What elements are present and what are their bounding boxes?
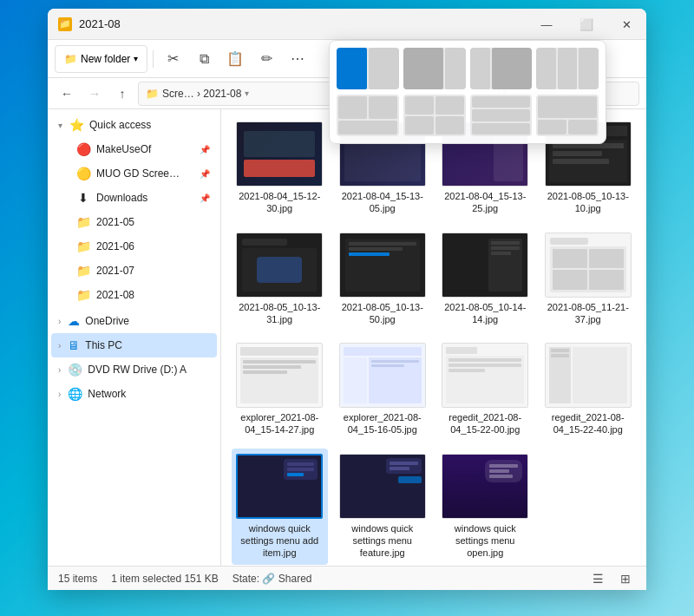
file-area: 2021-08-04_15-12-30.jpg 2021-08-04_15-13… [221, 109, 646, 566]
onedrive-icon: ☁ [68, 314, 80, 328]
snap-option-three-row[interactable] [470, 95, 533, 136]
file-item[interactable]: regedit_2021-08-04_15-22-00.jpg [437, 337, 534, 442]
sidebar-item-thispc[interactable]: › 🖥 This PC [51, 333, 217, 357]
file-item[interactable]: windows quick settings menu open.jpg [437, 449, 534, 565]
sidebar-item-2021-07[interactable]: 📁 2021-07 [51, 259, 217, 283]
sidebar-item-muo-gd[interactable]: 🟡 MUO GD Scree… 📌 [51, 161, 217, 186]
file-grid: 2021-08-04_15-12-30.jpg 2021-08-04_15-13… [232, 116, 636, 565]
network-expand-icon: › [58, 390, 61, 399]
file-thumbnail [442, 233, 528, 298]
new-folder-icon: 📁 [64, 53, 77, 65]
snap-option-quad[interactable] [403, 95, 466, 136]
more-button[interactable]: ⋯ [284, 45, 311, 73]
snap-option-one-two-thirds[interactable] [470, 48, 533, 89]
dvd-expand-icon: › [58, 365, 61, 375]
file-name: 2021-08-05_11-21-37.jpg [544, 301, 633, 326]
window-icon: 📁 [58, 17, 72, 31]
state-icon: 🔗 [262, 573, 278, 585]
file-item[interactable]: 2021-08-05_10-14-14.jpg [437, 227, 534, 331]
thispc-icon: 🖥 [68, 338, 80, 352]
rename-button[interactable]: ✏ [252, 45, 280, 73]
file-name: windows quick settings menu open.jpg [441, 522, 530, 560]
file-item[interactable]: explorer_2021-08-04_15-16-05.jpg [335, 337, 431, 442]
quick-access-star-icon: ⭐ [69, 118, 84, 132]
up-button[interactable]: ↑ [110, 82, 134, 106]
thispc-expand-icon: › [58, 341, 61, 351]
onedrive-expand-icon: › [58, 317, 61, 326]
file-name: regedit_2021-08-04_15-22-40.jpg [544, 411, 633, 436]
forward-button[interactable]: → [82, 82, 107, 106]
snap-row-1 [337, 48, 599, 89]
file-thumbnail [339, 343, 426, 408]
new-folder-button[interactable]: 📁 New folder ▾ [55, 45, 147, 73]
grid-view-button[interactable]: ⊞ [615, 568, 636, 589]
state-label: State: 🔗 Shared [232, 573, 312, 585]
makeuseof-icon: 🔴 [75, 142, 91, 156]
file-item[interactable]: 2021-08-05_11-21-37.jpg [540, 227, 637, 331]
paste-button[interactable]: 📋 [221, 45, 249, 73]
file-thumbnail [236, 343, 323, 408]
status-bar: 15 items 1 item selected 151 KB State: 🔗… [48, 566, 646, 590]
sidebar-item-downloads[interactable]: ⬇ Downloads 📌 [51, 186, 217, 210]
file-name: 2021-08-05_10-13-31.jpg [235, 301, 324, 326]
window-controls: — ⬜ ✕ [527, 9, 646, 39]
view-controls: ☰ ⊞ [587, 568, 636, 589]
sidebar-item-2021-06[interactable]: 📁 2021-06 [51, 234, 217, 259]
file-thumbnail [236, 121, 323, 187]
file-item[interactable]: 2021-08-05_10-13-50.jpg [335, 227, 431, 331]
file-item[interactable]: explorer_2021-08-04_15-14-27.jpg [232, 337, 328, 442]
cut-button[interactable]: ✂ [159, 45, 187, 73]
file-name: 2021-08-05_10-13-10.jpg [544, 190, 633, 215]
file-name: explorer_2021-08-04_15-14-27.jpg [235, 411, 324, 436]
explorer-window: 📁 2021-08 — ⬜ ✕ [48, 9, 646, 590]
folder-2021-06-icon: 📁 [75, 239, 91, 253]
file-name: windows quick settings menu add item.jpg [235, 522, 324, 560]
main-content: ▾ ⭐ Quick access 🔴 MakeUseOf 📌 🟡 MUO GD … [48, 109, 646, 566]
sidebar: ▾ ⭐ Quick access 🔴 MakeUseOf 📌 🟡 MUO GD … [48, 109, 221, 566]
folder-2021-08-icon: 📁 [75, 288, 91, 302]
snap-option-wide-narrow[interactable] [536, 95, 599, 136]
sidebar-item-2021-08[interactable]: 📁 2021-08 [51, 283, 217, 307]
folder-2021-05-icon: 📁 [75, 215, 91, 229]
maximize-button[interactable]: ⬜ [566, 9, 606, 40]
snap-option-two-thirds-one[interactable] [403, 48, 466, 89]
dvd-icon: 💿 [68, 363, 82, 377]
path-text: Scre… › 2021-08 [162, 88, 241, 100]
pin-icon-2: 📌 [200, 169, 210, 179]
close-button[interactable]: ✕ [606, 9, 646, 40]
file-name: 2021-08-04_15-13-05.jpg [338, 190, 428, 215]
quick-access-header[interactable]: ▾ ⭐ Quick access [51, 113, 217, 137]
file-item[interactable]: 2021-08-05_10-13-31.jpg [232, 227, 328, 331]
minimize-button[interactable]: — [527, 9, 566, 40]
file-thumbnail [236, 454, 323, 519]
file-name: explorer_2021-08-04_15-16-05.jpg [338, 411, 428, 436]
pin-icon-3: 📌 [200, 193, 210, 203]
file-thumbnail [545, 343, 632, 408]
sidebar-item-2021-05[interactable]: 📁 2021-05 [51, 210, 217, 234]
file-thumbnail [236, 233, 323, 298]
file-item[interactable]: windows quick settings menu feature.jpg [335, 449, 431, 565]
copy-button[interactable]: ⧉ [190, 45, 218, 73]
items-count: 15 items [58, 573, 97, 585]
file-item[interactable]: 2021-08-04_15-12-30.jpg [232, 116, 328, 220]
sidebar-item-dvd[interactable]: › 💿 DVD RW Drive (D:) A [51, 357, 217, 382]
file-thumbnail [545, 233, 632, 298]
back-button[interactable]: ← [55, 82, 79, 106]
toolbar-separator [153, 50, 154, 68]
snap-option-half-half[interactable] [337, 48, 399, 89]
file-item-selected[interactable]: windows quick settings menu add item.jpg [232, 449, 328, 565]
snap-option-stacked[interactable] [337, 95, 399, 136]
selected-info: 1 item selected 151 KB [111, 573, 218, 585]
title-bar: 📁 2021-08 — ⬜ ✕ [48, 9, 646, 40]
file-item[interactable]: regedit_2021-08-04_15-22-40.jpg [540, 337, 637, 442]
network-icon: 🌐 [68, 387, 82, 401]
folder-2021-07-icon: 📁 [75, 264, 91, 278]
file-name: regedit_2021-08-04_15-22-00.jpg [441, 411, 530, 436]
list-view-button[interactable]: ☰ [587, 568, 608, 589]
quick-access-section: ▾ ⭐ Quick access 🔴 MakeUseOf 📌 🟡 MUO GD … [48, 113, 220, 307]
snap-option-thirds[interactable] [536, 48, 599, 89]
file-thumbnail [442, 343, 528, 408]
sidebar-item-makeuseof[interactable]: 🔴 MakeUseOf 📌 [51, 137, 217, 161]
sidebar-item-network[interactable]: › 🌐 Network [51, 382, 217, 406]
sidebar-item-onedrive[interactable]: › ☁ OneDrive [51, 309, 217, 333]
